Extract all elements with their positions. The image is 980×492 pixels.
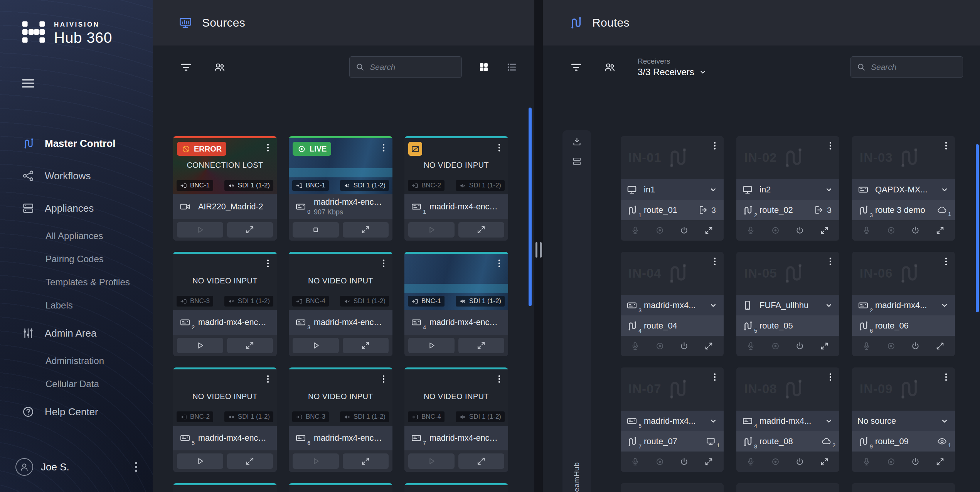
kebab-menu-icon[interactable] bbox=[940, 371, 953, 384]
kebab-menu-icon[interactable] bbox=[377, 372, 390, 386]
route-card[interactable]: IN-09 No source 9 route_09 1 bbox=[852, 367, 955, 472]
stack-icon[interactable] bbox=[572, 156, 582, 167]
filter-icon[interactable] bbox=[180, 61, 192, 74]
expand-button[interactable] bbox=[933, 339, 948, 354]
source-select-row[interactable]: 5 madrid-mx4... bbox=[621, 411, 724, 431]
play-button[interactable] bbox=[408, 222, 455, 238]
kebab-menu-icon[interactable] bbox=[708, 139, 721, 152]
expand-button[interactable] bbox=[701, 223, 717, 238]
sidebar-item-all-appliances[interactable]: All Appliances bbox=[0, 224, 153, 248]
download-icon[interactable] bbox=[572, 136, 582, 147]
record-button[interactable] bbox=[884, 339, 899, 354]
record-button[interactable] bbox=[768, 454, 783, 470]
power-button[interactable] bbox=[792, 454, 808, 470]
mic-button[interactable] bbox=[859, 339, 874, 354]
power-button[interactable] bbox=[908, 339, 923, 354]
route-row[interactable]: 9 route_09 1 bbox=[852, 431, 955, 452]
kebab-menu-icon[interactable] bbox=[261, 141, 274, 154]
source-card[interactable]: LIVE BNC-1 SDI 1 (1-2) 0 madrid-mx4-enco… bbox=[289, 136, 392, 241]
power-button[interactable] bbox=[677, 339, 692, 354]
expand-button[interactable] bbox=[227, 338, 273, 353]
source-select-row[interactable]: in2 bbox=[736, 179, 839, 200]
expand-button[interactable] bbox=[343, 338, 389, 353]
route-card[interactable]: IN-04 3 madrid-mx4... 4 route_04 bbox=[621, 252, 724, 356]
play-button[interactable] bbox=[293, 338, 339, 353]
kebab-menu-icon[interactable] bbox=[261, 257, 274, 270]
mic-button[interactable] bbox=[628, 454, 643, 470]
expand-button[interactable] bbox=[343, 453, 389, 469]
mic-button[interactable] bbox=[859, 223, 874, 238]
play-button[interactable] bbox=[177, 453, 223, 469]
expand-button[interactable] bbox=[458, 222, 505, 238]
sidebar-item-workflows[interactable]: Workflows bbox=[0, 160, 153, 192]
route-row[interactable]: 5 route_05 bbox=[736, 315, 839, 336]
sidebar-item-labels[interactable]: Labels bbox=[0, 294, 153, 317]
source-select-row[interactable]: FUFA_ullhhu bbox=[736, 295, 839, 315]
route-card[interactable]: IN-06 2 madrid-mx4... 6 route_06 bbox=[852, 252, 955, 356]
record-button[interactable] bbox=[768, 223, 783, 238]
source-select-row[interactable]: 2 madrid-mx4... bbox=[852, 295, 955, 315]
source-card[interactable]: BNC-1 SDI 1 (1-2) 4 madrid-mx4-encode... bbox=[404, 252, 508, 356]
mic-button[interactable] bbox=[628, 223, 643, 238]
source-select-row[interactable]: No source bbox=[852, 411, 955, 431]
expand-button[interactable] bbox=[227, 222, 273, 238]
play-button[interactable] bbox=[177, 222, 223, 238]
sources-scrollbar[interactable] bbox=[529, 108, 532, 306]
routes-search-input[interactable] bbox=[850, 56, 963, 78]
panel-resize-handle[interactable] bbox=[535, 242, 542, 258]
sidebar-item-cellular-data[interactable]: Cellular Data bbox=[0, 372, 153, 396]
sidebar-item-help-center[interactable]: Help Center bbox=[0, 396, 153, 428]
power-button[interactable] bbox=[908, 223, 923, 238]
expand-button[interactable] bbox=[701, 454, 717, 470]
menu-toggle-icon[interactable] bbox=[20, 76, 35, 91]
kebab-menu-icon[interactable] bbox=[940, 255, 953, 268]
expand-button[interactable] bbox=[343, 222, 389, 238]
power-button[interactable] bbox=[908, 454, 923, 470]
filter-icon[interactable] bbox=[570, 61, 583, 74]
kebab-menu-icon[interactable] bbox=[493, 141, 506, 154]
route-card[interactable]: IN-02 in2 2 route_02 3 bbox=[736, 136, 839, 241]
route-card[interactable]: IN-05 FUFA_ullhhu 5 route_05 bbox=[736, 252, 839, 356]
play-button[interactable] bbox=[408, 338, 455, 353]
kebab-menu-icon[interactable] bbox=[708, 371, 721, 384]
route-row[interactable]: 1 route_01 3 bbox=[621, 200, 724, 220]
route-row[interactable]: 2 route_02 3 bbox=[736, 200, 839, 220]
record-button[interactable] bbox=[652, 223, 668, 238]
sidebar-item-pairing-codes[interactable]: Pairing Codes bbox=[0, 248, 153, 271]
power-button[interactable] bbox=[792, 223, 808, 238]
expand-button[interactable] bbox=[933, 454, 948, 470]
kebab-menu-icon[interactable] bbox=[940, 139, 953, 152]
stop-button[interactable] bbox=[293, 222, 339, 238]
kebab-menu-icon[interactable] bbox=[493, 257, 506, 270]
list-view-button[interactable] bbox=[506, 61, 517, 73]
kebab-menu-icon[interactable] bbox=[824, 255, 837, 268]
route-card[interactable]: IN-07 5 madrid-mx4... 7 route_07 1 bbox=[621, 367, 724, 472]
route-row[interactable]: 7 route_07 1 bbox=[621, 431, 724, 452]
receiver-group-rail[interactable] bbox=[562, 130, 591, 492]
group-by-icon[interactable] bbox=[603, 61, 616, 74]
sources-search-input[interactable] bbox=[349, 56, 462, 78]
group-by-icon[interactable] bbox=[213, 61, 226, 74]
source-select-row[interactable]: in1 bbox=[621, 179, 724, 200]
source-select-row[interactable]: QAPDX-MX... bbox=[852, 179, 955, 200]
play-button[interactable] bbox=[408, 453, 455, 469]
mic-button[interactable] bbox=[859, 454, 874, 470]
route-card[interactable]: IN-01 in1 1 route_01 3 bbox=[621, 136, 724, 241]
record-button[interactable] bbox=[884, 223, 899, 238]
source-select-row[interactable]: 4 madrid-mx4... bbox=[736, 411, 839, 431]
expand-button[interactable] bbox=[817, 454, 832, 470]
route-card[interactable]: IN-08 4 madrid-mx4... 8 route_08 2 bbox=[736, 367, 839, 472]
source-card[interactable]: NO VIDEO INPUT BNC-2 SDI 1 (1-2) 1 madri… bbox=[404, 136, 508, 241]
expand-button[interactable] bbox=[458, 453, 505, 469]
route-row[interactable]: 4 route_04 bbox=[621, 315, 724, 336]
kebab-menu-icon[interactable] bbox=[377, 257, 390, 270]
power-button[interactable] bbox=[677, 454, 692, 470]
mic-button[interactable] bbox=[743, 339, 759, 354]
source-card[interactable]: ERROR CONNECTION LOST BNC-1 SDI 1 (1-2) … bbox=[173, 136, 277, 241]
source-card[interactable]: NO VIDEO INPUT BNC-3 SDI 1 (1-2) 2 madri… bbox=[173, 252, 277, 356]
grid-view-button[interactable] bbox=[478, 61, 490, 73]
record-button[interactable] bbox=[768, 339, 783, 354]
sidebar-item-administration[interactable]: Administration bbox=[0, 349, 153, 372]
mic-button[interactable] bbox=[743, 454, 759, 470]
source-select-row[interactable]: 3 madrid-mx4... bbox=[621, 295, 724, 315]
